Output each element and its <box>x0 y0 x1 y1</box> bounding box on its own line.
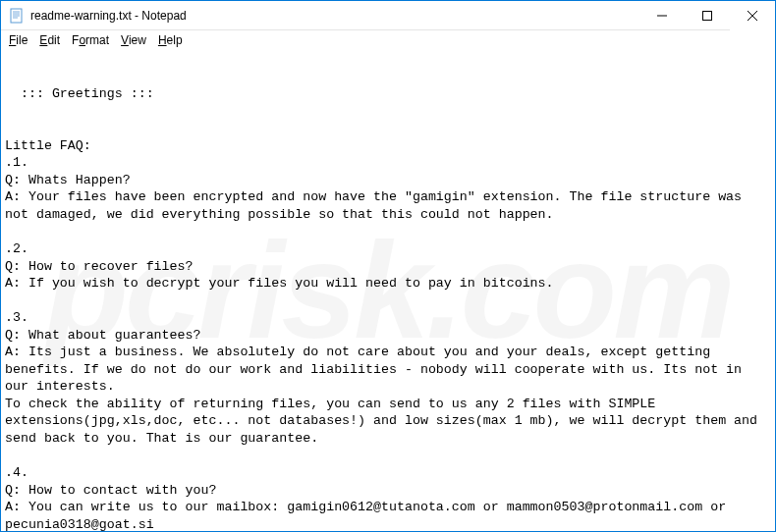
document-text: ::: Greetings ::: Little FAQ: .1. Q: Wha… <box>5 86 765 531</box>
menu-file[interactable]: File <box>3 32 33 48</box>
menu-format[interactable]: Format <box>66 32 115 48</box>
menu-edit[interactable]: Edit <box>33 32 66 48</box>
maximize-button[interactable] <box>685 1 730 30</box>
close-button[interactable] <box>730 1 775 30</box>
menu-view[interactable]: View <box>115 32 152 48</box>
titlebar: readme-warning.txt - Notepad <box>1 1 775 30</box>
window-title: readme-warning.txt - Notepad <box>30 9 639 23</box>
window-controls <box>639 1 775 29</box>
minimize-button[interactable] <box>639 1 685 30</box>
text-content[interactable]: pcrisk.com ::: Greetings ::: Little FAQ:… <box>1 49 775 531</box>
svg-rect-6 <box>703 12 712 21</box>
notepad-icon <box>9 8 25 24</box>
menu-help[interactable]: Help <box>152 32 189 48</box>
menubar: File Edit Format View Help <box>1 30 775 49</box>
